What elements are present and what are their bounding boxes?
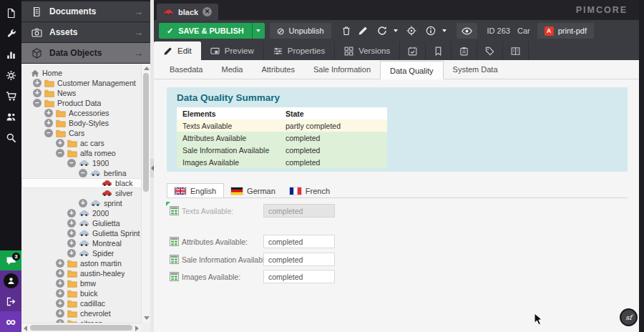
tab-notes-icon[interactable]: [452, 42, 477, 60]
tree-item-chevrolet[interactable]: +chevrolet: [21, 308, 150, 318]
tree-item-alfa-romeo[interactable]: −alfa romeo: [21, 148, 150, 158]
tree-item-giulietta[interactable]: +Giulietta: [21, 218, 150, 228]
info-dropdown-icon[interactable]: [439, 23, 449, 39]
horizontal-scroll-thumb[interactable]: [30, 325, 132, 331]
tree-item-1900[interactable]: −1900: [21, 158, 150, 168]
expand-icon[interactable]: +: [56, 269, 64, 278]
scroll-left-icon[interactable]: [24, 326, 27, 331]
logout-icon[interactable]: [0, 291, 21, 311]
user-avatar-icon[interactable]: [0, 270, 21, 291]
tree-vertical-scrollbar[interactable]: [141, 64, 150, 323]
expand-icon[interactable]: +: [44, 109, 53, 117]
language-tab-french[interactable]: French: [283, 183, 337, 198]
tree-item-montreal[interactable]: +Montreal: [21, 238, 150, 248]
locate-in-tree-icon[interactable]: [404, 23, 420, 39]
subtab-data-quality[interactable]: Data Quality: [380, 61, 444, 79]
tab-versions[interactable]: Versions: [335, 42, 400, 60]
settings-icon[interactable]: [0, 65, 21, 86]
field-input-texts-available[interactable]: [263, 204, 335, 218]
save-publish-button[interactable]: ✓SAVE & PUBLISH: [159, 23, 265, 39]
expand-icon[interactable]: +: [44, 119, 53, 127]
collapse-icon[interactable]: −: [79, 169, 87, 177]
expand-icon[interactable]: +: [56, 289, 64, 298]
print-pdf-button[interactable]: A print-pdf: [537, 23, 594, 39]
tree-item-accessories[interactable]: +Accessories: [21, 108, 150, 118]
open-object-tab[interactable]: black ✕: [157, 4, 218, 20]
expand-icon[interactable]: +: [56, 279, 64, 288]
subtab-media[interactable]: Media: [212, 60, 252, 79]
accordion-assets[interactable]: Assets →: [21, 22, 150, 42]
tree-item-aston-martin[interactable]: +aston martin: [21, 258, 150, 268]
tab-bookmark-icon[interactable]: [426, 42, 452, 60]
tree-item-black[interactable]: black: [21, 178, 150, 188]
notifications-icon[interactable]: 3: [0, 250, 21, 270]
expand-icon[interactable]: +: [67, 229, 76, 238]
tree-item-spider[interactable]: +Spider: [21, 248, 150, 258]
tab-schedule-icon[interactable]: [400, 42, 426, 60]
expand-icon[interactable]: +: [33, 79, 42, 87]
search-icon[interactable]: [0, 127, 21, 148]
rename-icon[interactable]: [355, 23, 371, 39]
scroll-right-icon[interactable]: [135, 326, 139, 331]
reports-icon[interactable]: [0, 44, 21, 65]
tree-item-body-styles[interactable]: +Body-Styles: [21, 118, 150, 128]
collapse-icon[interactable]: −: [44, 129, 53, 137]
expand-icon[interactable]: +: [67, 239, 76, 248]
scroll-down-icon[interactable]: [144, 316, 150, 320]
tree-item-silver[interactable]: silver: [21, 188, 150, 198]
tree-item-2000[interactable]: +2000: [21, 208, 150, 218]
tree-item-bmw[interactable]: +bmw: [21, 278, 150, 288]
tools-icon[interactable]: [0, 24, 21, 44]
tree-item-gulietta-sprint-specia[interactable]: +Gulietta Sprint Specia: [21, 228, 150, 238]
unpublish-button[interactable]: ⊘ Unpublish: [270, 23, 331, 39]
accordion-documents[interactable]: Documents →: [21, 1, 150, 21]
expand-icon[interactable]: +: [79, 199, 87, 208]
field-input-attributes-available[interactable]: [263, 235, 335, 248]
tab-dependencies-icon[interactable]: [503, 42, 529, 60]
expand-icon[interactable]: +: [56, 309, 64, 318]
expand-icon[interactable]: +: [67, 219, 76, 228]
accordion-data-objects[interactable]: Data Objects →: [21, 43, 150, 63]
tree-item-home[interactable]: Home: [21, 68, 150, 78]
reload-dropdown-icon[interactable]: [391, 23, 401, 39]
tree-item-news[interactable]: +News: [21, 88, 150, 98]
collapse-icon[interactable]: −: [56, 149, 64, 157]
collapse-icon[interactable]: −: [67, 159, 76, 167]
language-tab-english[interactable]: English: [167, 183, 224, 198]
language-tab-german[interactable]: German: [224, 183, 283, 198]
tree-item-sprint[interactable]: +sprint: [21, 198, 150, 208]
field-input-sale-information-available[interactable]: [263, 253, 335, 266]
tree-item-austin-healey[interactable]: +austin-healey: [21, 268, 150, 278]
expand-icon[interactable]: +: [33, 89, 42, 97]
tree-item-product-data[interactable]: −Product Data: [21, 98, 150, 108]
save-options-dropdown[interactable]: [252, 23, 265, 39]
documents-icon[interactable]: [0, 3, 21, 24]
close-icon[interactable]: ✕: [203, 7, 212, 16]
subtab-basedata[interactable]: Basedata: [160, 60, 212, 79]
pimcore-infinity-icon[interactable]: ∞: [0, 311, 21, 332]
tree-item-cadillac[interactable]: +cadillac: [21, 298, 150, 308]
tree-horizontal-scrollbar[interactable]: [21, 323, 141, 332]
customers-icon[interactable]: [0, 107, 21, 127]
expand-icon[interactable]: +: [67, 209, 76, 218]
collapse-icon[interactable]: −: [33, 99, 42, 107]
tree-item-berlina[interactable]: −berlina: [21, 168, 150, 178]
expand-icon[interactable]: +: [56, 139, 64, 147]
tree-item-buick[interactable]: +buick: [21, 288, 150, 298]
ecommerce-icon[interactable]: [0, 86, 21, 107]
scroll-up-icon[interactable]: [144, 67, 150, 70]
profiler-badge[interactable]: sf: [620, 308, 638, 326]
open-preview-icon[interactable]: [457, 23, 477, 39]
tab-edit[interactable]: Edit: [154, 42, 201, 60]
reload-icon[interactable]: [374, 23, 391, 39]
subtab-system-data[interactable]: System Data: [444, 60, 507, 79]
tab-preview[interactable]: Preview: [201, 42, 264, 60]
field-input-images-available[interactable]: [263, 270, 335, 283]
expand-icon[interactable]: +: [56, 259, 64, 268]
vertical-scroll-thumb[interactable]: [143, 73, 149, 192]
subtab-sale-information[interactable]: Sale Information: [304, 60, 380, 79]
tab-properties[interactable]: Properties: [264, 42, 335, 60]
subtab-attributes[interactable]: Attributes: [252, 60, 303, 79]
tree-item-cars[interactable]: −Cars: [21, 128, 150, 138]
expand-icon[interactable]: +: [56, 299, 64, 308]
